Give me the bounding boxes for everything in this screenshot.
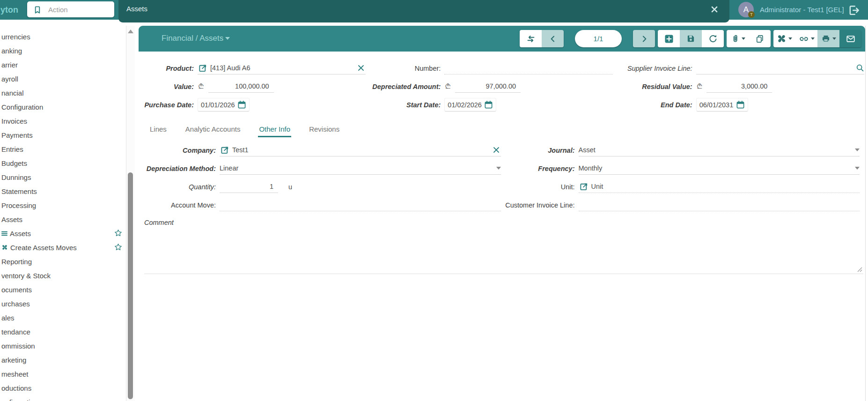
quantity-field[interactable]: 1 — [220, 180, 278, 193]
depreciation-method-select[interactable]: Linear — [220, 162, 501, 175]
clear-icon[interactable] — [492, 146, 501, 154]
sidebar-item[interactable]: ventory & Stock — [0, 268, 126, 282]
sidebar-item[interactable]: Statements — [0, 184, 126, 198]
start-date-field[interactable]: 01/02/2026 — [444, 98, 496, 111]
sidebar-item[interactable]: Entries — [0, 142, 126, 156]
resize-handle-icon[interactable] — [857, 267, 862, 272]
plus-icon — [664, 34, 674, 44]
customer-invoice-line-field[interactable] — [579, 199, 860, 211]
next-record-button[interactable] — [633, 30, 655, 47]
residual-value-field[interactable]: 3,000.00 — [706, 80, 772, 93]
open-tab-assets[interactable]: Assets — [118, 0, 729, 22]
comment-textarea[interactable] — [144, 228, 863, 274]
relate-link-button[interactable] — [795, 30, 817, 47]
tab-lines[interactable]: Lines — [149, 122, 168, 137]
account-move-field[interactable] — [220, 199, 501, 211]
reload-button[interactable] — [702, 30, 724, 47]
list-icon — [1, 230, 7, 237]
sidebar-item[interactable]: ales — [0, 311, 126, 325]
action-launch-button[interactable] — [773, 30, 795, 47]
email-button[interactable] — [839, 30, 861, 47]
sidebar-item[interactable]: Invoices — [0, 114, 126, 128]
company-field[interactable]: Test1 — [220, 144, 501, 156]
previous-record-button[interactable] — [542, 30, 564, 47]
action-search-box[interactable] — [27, 1, 114, 17]
close-tab-icon[interactable] — [709, 4, 720, 15]
save-button[interactable] — [680, 30, 702, 47]
sidebar-item[interactable]: ommission — [0, 339, 126, 353]
tab-analytic-accounts[interactable]: Analytic Accounts — [184, 122, 242, 137]
sidebar-item[interactable]: urchases — [0, 297, 126, 311]
scroll-up-arrow-icon[interactable] — [128, 30, 133, 33]
sidebar-item[interactable]: Assets — [0, 212, 126, 226]
depreciated-amount-field[interactable]: 97,000.00 — [455, 80, 521, 93]
new-record-button[interactable] — [658, 30, 680, 47]
tab-revisions[interactable]: Revisions — [308, 122, 340, 137]
logout-icon[interactable] — [847, 4, 861, 17]
sidebar-item[interactable]: urrencies — [0, 30, 126, 44]
start-date-label: Start Date: — [366, 101, 441, 109]
journal-select[interactable]: Asset — [579, 144, 860, 156]
chevron-right-icon — [640, 34, 649, 44]
purchase-date-field[interactable]: 01/01/2026 — [198, 98, 250, 111]
print-button[interactable] — [817, 30, 839, 47]
sidebar-item[interactable]: Processing — [0, 198, 126, 212]
sidebar-item[interactable]: tendance — [0, 325, 126, 339]
product-value: [413] Audi A6 — [210, 64, 250, 72]
sidebar-item[interactable]: arrier — [0, 58, 126, 72]
frequency-select[interactable]: Monthly — [579, 162, 860, 175]
number-field[interactable] — [444, 62, 612, 74]
copy-button[interactable] — [749, 30, 771, 47]
sidebar: urrencies anking — [0, 26, 135, 401]
sidebar-item[interactable]: ocuments — [0, 282, 126, 297]
sidebar-item[interactable]: ayroll — [0, 72, 126, 86]
clear-icon[interactable] — [356, 64, 366, 72]
calendar-icon[interactable] — [736, 100, 745, 109]
sidebar-item[interactable]: anking — [0, 44, 126, 58]
sidebar-item[interactable]: Dunnings — [0, 170, 126, 184]
sidebar-item[interactable]: nancial — [0, 86, 126, 100]
open-record-icon[interactable] — [199, 64, 207, 73]
sidebar-item[interactable]: mesheet — [0, 367, 126, 381]
sidebar-item-label: Payments — [1, 131, 33, 139]
search-icon[interactable] — [856, 64, 864, 72]
calendar-icon[interactable] — [484, 100, 493, 109]
sidebar-item[interactable]: Budgets — [0, 156, 126, 170]
fan-icon — [1, 244, 8, 251]
product-field[interactable]: [413] Audi A6 — [198, 62, 366, 74]
supplier-invoice-line-field[interactable] — [696, 62, 864, 74]
sidebar-item-label: ayroll — [1, 75, 18, 83]
favorite-star-icon[interactable] — [114, 229, 122, 237]
breadcrumb[interactable]: Financial / Assets — [162, 34, 230, 43]
sidebar-item[interactable]: Payments — [0, 128, 126, 142]
record-pager[interactable]: 1/1 — [575, 30, 622, 47]
unit-field[interactable]: Unit — [579, 180, 860, 193]
fan-icon — [777, 34, 787, 44]
favorite-star-icon[interactable] — [114, 243, 122, 251]
sidebar-item[interactable]: onfiguration — [0, 395, 126, 401]
sidebar-item-label: tendance — [1, 328, 30, 336]
sidebar-item[interactable]: arketing — [0, 353, 126, 367]
user-name[interactable]: Administrator - Test1 [GEL] — [760, 6, 844, 14]
end-date-field[interactable]: 06/01/2031 — [696, 98, 748, 111]
open-record-icon[interactable] — [221, 146, 229, 155]
open-record-icon[interactable] — [580, 182, 588, 191]
scrollbar-thumb[interactable] — [128, 172, 133, 399]
attachment-button[interactable] — [727, 30, 749, 47]
sidebar-item[interactable]: Reporting — [0, 254, 126, 268]
sidebar-item[interactable]: Create Assets Moves — [0, 240, 126, 254]
action-input[interactable] — [48, 6, 100, 14]
value-field[interactable]: 100,000.00 — [208, 80, 274, 93]
switch-view-button[interactable] — [520, 30, 542, 47]
quantity-label: Quantity: — [144, 183, 216, 191]
dropdown-caret-icon — [788, 37, 792, 40]
form-row-3: Purchase Date: 01/01/2026 Start Date: 01… — [141, 96, 864, 114]
calendar-icon[interactable] — [237, 100, 246, 109]
sidebar-scrollbar[interactable] — [126, 26, 135, 401]
sidebar-item[interactable]: Assets — [0, 226, 126, 240]
tab-other-info[interactable]: Other Info — [258, 122, 291, 137]
sidebar-item[interactable]: oductions — [0, 381, 126, 395]
sidebar-item[interactable]: Configuration — [0, 100, 126, 114]
sidebar-item-label: anking — [1, 47, 22, 55]
app-logo: yton — [0, 5, 18, 15]
